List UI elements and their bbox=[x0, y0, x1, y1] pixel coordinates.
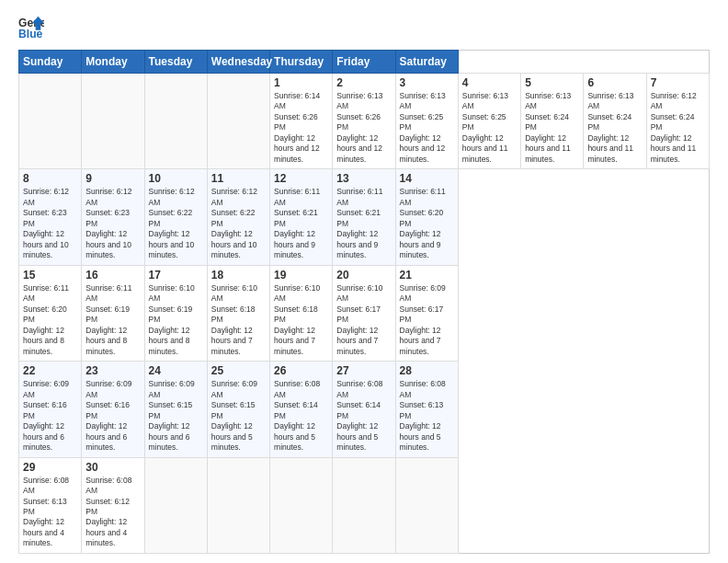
day-cell bbox=[207, 74, 269, 169]
day-info: Sunrise: 6:13 AMSunset: 6:25 PMDaylight:… bbox=[400, 91, 454, 165]
day-info: Sunrise: 6:11 AMSunset: 6:21 PMDaylight:… bbox=[274, 187, 328, 260]
day-cell: 12Sunrise: 6:11 AMSunset: 6:21 PMDayligh… bbox=[270, 169, 333, 265]
day-cell: 6Sunrise: 6:13 AMSunset: 6:24 PMDaylight… bbox=[584, 74, 646, 169]
day-info: Sunrise: 6:09 AMSunset: 6:15 PMDaylight:… bbox=[149, 379, 203, 453]
day-info: Sunrise: 6:12 AMSunset: 6:23 PMDaylight:… bbox=[23, 187, 77, 260]
col-header-sunday: Sunday bbox=[19, 51, 82, 74]
day-number: 20 bbox=[336, 269, 391, 282]
day-info: Sunrise: 6:10 AMSunset: 6:18 PMDaylight:… bbox=[211, 283, 266, 357]
col-header-tuesday: Tuesday bbox=[144, 51, 207, 74]
day-number: 15 bbox=[23, 269, 77, 282]
day-number: 2 bbox=[336, 76, 391, 89]
day-info: Sunrise: 6:13 AMSunset: 6:25 PMDaylight:… bbox=[462, 91, 517, 165]
col-header-friday: Friday bbox=[333, 51, 395, 74]
day-cell: 26Sunrise: 6:08 AMSunset: 6:14 PMDayligh… bbox=[270, 362, 333, 457]
day-info: Sunrise: 6:08 AMSunset: 6:14 PMDaylight:… bbox=[274, 379, 328, 453]
day-info: Sunrise: 6:12 AMSunset: 6:22 PMDaylight:… bbox=[149, 187, 203, 260]
day-cell: 5Sunrise: 6:13 AMSunset: 6:24 PMDaylight… bbox=[521, 74, 584, 169]
week-row-4: 22Sunrise: 6:09 AMSunset: 6:16 PMDayligh… bbox=[19, 362, 710, 457]
day-number: 25 bbox=[211, 364, 266, 377]
day-info: Sunrise: 6:14 AMSunset: 6:26 PMDaylight:… bbox=[274, 91, 328, 165]
day-cell: 21Sunrise: 6:09 AMSunset: 6:17 PMDayligh… bbox=[395, 265, 458, 361]
col-header-saturday: Saturday bbox=[395, 51, 458, 74]
day-number: 16 bbox=[85, 269, 140, 282]
day-cell: 1Sunrise: 6:14 AMSunset: 6:26 PMDaylight… bbox=[270, 74, 333, 169]
calendar-table: SundayMondayTuesdayWednesdayThursdayFrid… bbox=[18, 50, 710, 554]
day-cell: 9Sunrise: 6:12 AMSunset: 6:23 PMDaylight… bbox=[82, 169, 144, 265]
day-number: 18 bbox=[211, 269, 266, 282]
logo-icon: General Blue bbox=[18, 15, 44, 40]
day-number: 23 bbox=[85, 364, 140, 377]
day-cell: 17Sunrise: 6:10 AMSunset: 6:19 PMDayligh… bbox=[144, 265, 207, 361]
day-number: 21 bbox=[400, 269, 454, 282]
day-cell: 3Sunrise: 6:13 AMSunset: 6:25 PMDaylight… bbox=[395, 74, 458, 169]
day-number: 4 bbox=[462, 76, 517, 89]
day-info: Sunrise: 6:10 AMSunset: 6:17 PMDaylight:… bbox=[336, 283, 391, 357]
page: General Blue SundayMondayTuesdayWednesda… bbox=[0, 0, 728, 563]
day-number: 14 bbox=[400, 172, 454, 185]
day-info: Sunrise: 6:13 AMSunset: 6:24 PMDaylight:… bbox=[525, 91, 579, 165]
day-number: 22 bbox=[23, 364, 77, 377]
day-info: Sunrise: 6:09 AMSunset: 6:17 PMDaylight:… bbox=[400, 283, 454, 357]
day-cell: 27Sunrise: 6:08 AMSunset: 6:14 PMDayligh… bbox=[333, 362, 395, 457]
day-cell: 19Sunrise: 6:10 AMSunset: 6:18 PMDayligh… bbox=[270, 265, 333, 361]
day-info: Sunrise: 6:09 AMSunset: 6:15 PMDaylight:… bbox=[211, 379, 266, 453]
day-info: Sunrise: 6:10 AMSunset: 6:18 PMDaylight:… bbox=[274, 283, 328, 357]
day-info: Sunrise: 6:08 AMSunset: 6:13 PMDaylight:… bbox=[400, 379, 454, 453]
week-row-2: 8Sunrise: 6:12 AMSunset: 6:23 PMDaylight… bbox=[19, 169, 710, 265]
day-cell: 30Sunrise: 6:08 AMSunset: 6:12 PMDayligh… bbox=[82, 457, 144, 553]
day-info: Sunrise: 6:12 AMSunset: 6:24 PMDaylight:… bbox=[651, 91, 705, 165]
day-cell bbox=[207, 457, 269, 553]
day-cell: 24Sunrise: 6:09 AMSunset: 6:15 PMDayligh… bbox=[144, 362, 207, 457]
day-info: Sunrise: 6:08 AMSunset: 6:12 PMDaylight:… bbox=[85, 476, 140, 549]
day-info: Sunrise: 6:12 AMSunset: 6:22 PMDaylight:… bbox=[211, 187, 266, 260]
day-number: 12 bbox=[274, 172, 328, 185]
day-cell: 13Sunrise: 6:11 AMSunset: 6:21 PMDayligh… bbox=[333, 169, 395, 265]
day-cell: 7Sunrise: 6:12 AMSunset: 6:24 PMDaylight… bbox=[646, 74, 709, 169]
day-info: Sunrise: 6:11 AMSunset: 6:21 PMDaylight:… bbox=[336, 187, 391, 260]
week-row-3: 15Sunrise: 6:11 AMSunset: 6:20 PMDayligh… bbox=[19, 265, 710, 361]
day-info: Sunrise: 6:11 AMSunset: 6:20 PMDaylight:… bbox=[23, 283, 77, 357]
day-cell: 18Sunrise: 6:10 AMSunset: 6:18 PMDayligh… bbox=[207, 265, 269, 361]
day-number: 1 bbox=[274, 76, 328, 89]
day-cell bbox=[333, 457, 395, 553]
day-cell: 22Sunrise: 6:09 AMSunset: 6:16 PMDayligh… bbox=[19, 362, 82, 457]
day-info: Sunrise: 6:11 AMSunset: 6:19 PMDaylight:… bbox=[85, 283, 140, 357]
day-cell bbox=[395, 457, 458, 553]
day-cell: 14Sunrise: 6:11 AMSunset: 6:20 PMDayligh… bbox=[395, 169, 458, 265]
day-number: 13 bbox=[336, 172, 391, 185]
day-number: 6 bbox=[587, 76, 642, 89]
week-row-1: 1Sunrise: 6:14 AMSunset: 6:26 PMDaylight… bbox=[19, 74, 710, 169]
day-info: Sunrise: 6:13 AMSunset: 6:26 PMDaylight:… bbox=[336, 91, 391, 165]
day-info: Sunrise: 6:11 AMSunset: 6:20 PMDaylight:… bbox=[400, 187, 454, 260]
logo: General Blue bbox=[18, 15, 44, 40]
day-cell bbox=[19, 74, 82, 169]
day-cell: 10Sunrise: 6:12 AMSunset: 6:22 PMDayligh… bbox=[144, 169, 207, 265]
day-cell: 25Sunrise: 6:09 AMSunset: 6:15 PMDayligh… bbox=[207, 362, 269, 457]
day-cell bbox=[144, 457, 207, 553]
day-number: 29 bbox=[23, 461, 77, 474]
header: General Blue bbox=[18, 15, 710, 40]
day-number: 17 bbox=[149, 269, 203, 282]
day-cell: 20Sunrise: 6:10 AMSunset: 6:17 PMDayligh… bbox=[333, 265, 395, 361]
day-number: 8 bbox=[23, 172, 77, 185]
day-number: 5 bbox=[525, 76, 579, 89]
col-header-monday: Monday bbox=[82, 51, 144, 74]
day-number: 10 bbox=[149, 172, 203, 185]
day-cell bbox=[144, 74, 207, 169]
day-cell bbox=[270, 457, 333, 553]
day-info: Sunrise: 6:09 AMSunset: 6:16 PMDaylight:… bbox=[23, 379, 77, 453]
day-cell: 15Sunrise: 6:11 AMSunset: 6:20 PMDayligh… bbox=[19, 265, 82, 361]
day-number: 7 bbox=[651, 76, 705, 89]
day-number: 27 bbox=[336, 364, 391, 377]
day-info: Sunrise: 6:09 AMSunset: 6:16 PMDaylight:… bbox=[85, 379, 140, 453]
day-number: 30 bbox=[85, 461, 140, 474]
day-cell: 23Sunrise: 6:09 AMSunset: 6:16 PMDayligh… bbox=[82, 362, 144, 457]
col-header-wednesday: Wednesday bbox=[207, 51, 269, 74]
day-cell bbox=[82, 74, 144, 169]
day-cell: 2Sunrise: 6:13 AMSunset: 6:26 PMDaylight… bbox=[333, 74, 395, 169]
day-cell: 28Sunrise: 6:08 AMSunset: 6:13 PMDayligh… bbox=[395, 362, 458, 457]
day-cell: 4Sunrise: 6:13 AMSunset: 6:25 PMDaylight… bbox=[458, 74, 520, 169]
day-cell: 29Sunrise: 6:08 AMSunset: 6:13 PMDayligh… bbox=[19, 457, 82, 553]
day-cell: 11Sunrise: 6:12 AMSunset: 6:22 PMDayligh… bbox=[207, 169, 269, 265]
